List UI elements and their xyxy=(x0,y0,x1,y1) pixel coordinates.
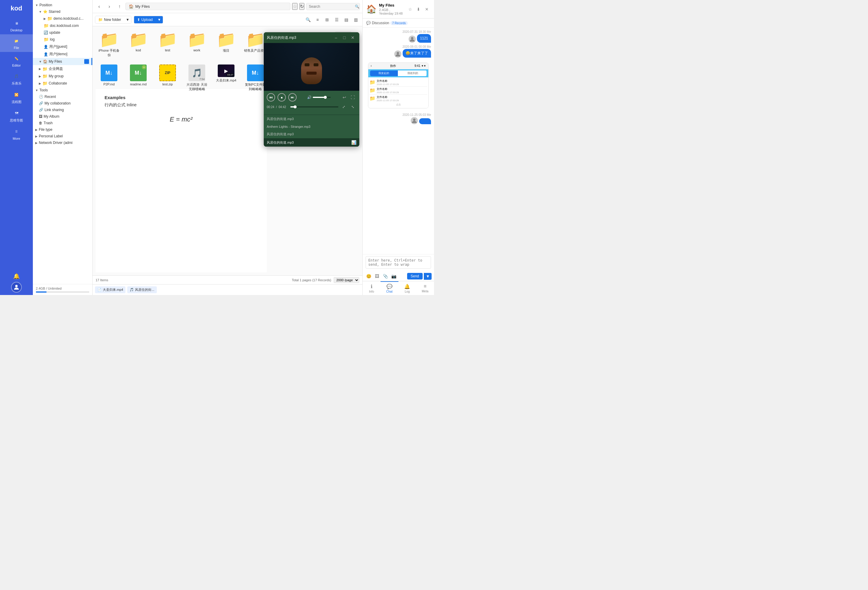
send-button[interactable]: Send xyxy=(407,273,423,279)
player-stop-button[interactable]: ■ xyxy=(278,93,286,102)
attach-button[interactable]: 📎 xyxy=(382,273,389,280)
zoom-in-button[interactable]: 🔍 xyxy=(304,16,312,24)
favorite-button[interactable]: ☆ xyxy=(292,3,298,10)
progress-bar[interactable] xyxy=(290,106,338,108)
file-item[interactable]: ▶ 03:27 大圣归来.mp4 xyxy=(213,62,239,94)
bottom-nav-chat[interactable]: 💬 Chat xyxy=(381,281,399,295)
nav-personal-label-header[interactable]: ▶ Personal Label xyxy=(33,133,92,139)
right-star-button[interactable]: ☆ xyxy=(406,6,414,13)
file-item[interactable]: M↓ P2P.md xyxy=(96,62,123,94)
list-view-button[interactable]: ☰ xyxy=(332,16,341,24)
nav-item-collaborate[interactable]: ▶ 📁 Collaborate xyxy=(33,80,92,87)
search-icon[interactable]: 🔍 xyxy=(355,4,359,9)
player-loop-button[interactable]: ↩ xyxy=(341,94,348,101)
player-fullscreen-button[interactable]: ⛶ xyxy=(349,94,356,101)
player-expand-button[interactable]: ⤢ xyxy=(340,103,347,111)
nav-item-my-group[interactable]: ▶ 📁 My group xyxy=(33,72,92,80)
playlist-item[interactable]: 风居住的街道.mp3 xyxy=(264,115,359,123)
nav-item-doc-kodcloud[interactable]: 📁 doc.kodcloud.com xyxy=(33,22,92,29)
file-item[interactable]: 🎵 7:54 大话西游 天浴无聊喽略略 xyxy=(183,62,210,94)
bottom-nav-info[interactable]: ℹ Info xyxy=(363,281,381,295)
nav-item-my-files[interactable]: ▼ 🏠 My Files xyxy=(33,58,92,65)
detail-view-button[interactable]: ▤ xyxy=(342,16,350,24)
preview-button[interactable]: ▥ xyxy=(351,16,360,24)
mobile-tab-received[interactable]: 我收到的 xyxy=(399,71,427,76)
nav-tools-header[interactable]: ▼ Tools xyxy=(33,87,92,93)
recent-label: Recent xyxy=(44,94,90,99)
notification-bell-icon[interactable]: 🔔 xyxy=(13,273,20,279)
breadcrumb[interactable]: 🏠 My Files xyxy=(125,3,290,10)
player-close-button[interactable]: ✕ xyxy=(349,34,356,41)
sidebar-item-music[interactable]: 🎵 乐喜乐 xyxy=(0,69,33,88)
back-button[interactable]: ‹ xyxy=(95,2,103,11)
upload-button[interactable]: ⬆ Upload xyxy=(134,16,156,23)
nav-item-update[interactable]: 🔄 update xyxy=(33,29,92,36)
bottom-nav-log[interactable]: 🔔 Log xyxy=(399,281,416,295)
nav-item-my-collab[interactable]: 🔗 My collaboration xyxy=(33,100,92,106)
screenshot-button[interactable]: 📷 xyxy=(390,273,397,280)
forward-button[interactable]: › xyxy=(105,2,114,11)
task-item-video[interactable]: 📄 大圣归来.mp4 xyxy=(95,286,125,293)
nav-item-my-album[interactable]: 🖼 My Album xyxy=(33,113,92,120)
player-collapse-button[interactable]: ⤡ xyxy=(349,103,356,111)
player-maximize-button[interactable]: □ xyxy=(341,34,348,41)
nav-network-driver-header[interactable]: ▶ Network Driver (admi xyxy=(33,139,92,146)
nav-item-log[interactable]: 📁 log xyxy=(33,36,92,43)
bottom-nav-meta[interactable]: ≡ Meta xyxy=(416,281,434,295)
file-item[interactable]: 📁 work xyxy=(183,29,210,60)
nav-filetype-header[interactable]: ▶ File type xyxy=(33,126,92,133)
mobile-file-item[interactable]: 📁 文件名称 2020-11-05 17:03:29 xyxy=(369,94,427,102)
emoji-button[interactable]: 😊 xyxy=(365,273,372,280)
volume-slider[interactable] xyxy=(313,97,331,98)
mobile-tab-sent[interactable]: 我发起的 xyxy=(370,71,398,76)
nav-item-enterprise[interactable]: ▶ 📁 企业网盘 xyxy=(33,65,92,72)
right-close-button[interactable]: ✕ xyxy=(423,6,430,13)
per-page-select[interactable]: 2000 /page 500 /page 100 /page xyxy=(334,277,359,283)
player-forward-button[interactable]: ⏭ xyxy=(288,93,297,102)
up-button[interactable]: ↑ xyxy=(115,2,124,11)
mygroup-chevron-icon: ▶ xyxy=(39,75,41,78)
file-item[interactable]: M↓ + readme.md xyxy=(125,62,152,94)
sidebar-item-more[interactable]: ⠿ More xyxy=(0,125,33,143)
right-download-button[interactable]: ⬇ xyxy=(415,6,422,13)
nav-item-demo-kodcloud[interactable]: ▶ 📁 demo.kodcloud.c... xyxy=(33,15,92,22)
player-minimize-button[interactable]: – xyxy=(332,34,340,41)
mobile-file-item[interactable]: 📁 文件名称 2020-11-05 17:03:29 xyxy=(369,87,427,94)
nav-position-header[interactable]: ▼ Position xyxy=(33,2,92,8)
nav-item-starred[interactable]: ▼ ⭐ Starred xyxy=(33,8,92,15)
grid-view-button[interactable]: ⊞ xyxy=(323,16,331,24)
player-header: 风居住的街道.mp3 – □ ✕ xyxy=(264,32,359,43)
mobile-file-item[interactable]: 📁 文件名称 2020-11-05 17:03:29 xyxy=(369,78,427,87)
file-item[interactable]: 📁 test xyxy=(154,29,181,60)
task-item-music[interactable]: 🎵 风居住的街... xyxy=(127,286,156,293)
sidebar-item-desktop[interactable]: 🖥 Desktop xyxy=(0,17,33,34)
sidebar-item-file[interactable]: 📁 File xyxy=(0,34,33,52)
nav-item-recent[interactable]: 🕐 Recent xyxy=(33,93,92,100)
playlist-item[interactable]: Anthem Lights - Stranger.mp3 xyxy=(264,123,359,130)
new-folder-arrow-button[interactable]: ▼ xyxy=(124,16,131,23)
chat-input[interactable] xyxy=(366,256,431,269)
nav-item-trash[interactable]: 🗑 Trash xyxy=(33,120,92,126)
nav-item-user-demo[interactable]: 👤 用户[demo] xyxy=(33,50,92,58)
sort-button[interactable]: ≡ xyxy=(313,16,322,24)
chat-area[interactable]: 2020-07-31 18:30 Me 1121 2020-08-01 00:0… xyxy=(363,28,434,254)
playlist-item[interactable]: 风居住的街道.mp3 xyxy=(264,130,359,138)
playlist-item-active[interactable]: 风居住的街道.mp3 📊 xyxy=(264,138,359,147)
user-avatar[interactable] xyxy=(11,282,22,293)
file-item[interactable]: ZIP test.zip xyxy=(154,62,181,94)
refresh-button[interactable]: ↻ xyxy=(299,3,304,10)
file-item[interactable]: 📁 iPhone 手机备份 xyxy=(96,29,123,60)
sidebar-item-flowchart[interactable]: 🔀 流程图 xyxy=(0,88,33,106)
search-input[interactable] xyxy=(309,4,354,9)
nav-item-user-guest[interactable]: 👤 用户[guest] xyxy=(33,43,92,50)
file-item[interactable]: 📁 项目 xyxy=(213,29,239,60)
sidebar-item-mindmap[interactable]: 🗺 思维导图 xyxy=(0,106,33,125)
player-rewind-button[interactable]: ⏮ xyxy=(267,93,275,102)
send-arrow-button[interactable]: ▼ xyxy=(424,273,432,280)
new-folder-button[interactable]: 📁 New folder xyxy=(95,16,124,23)
file-item[interactable]: 📁 kod xyxy=(125,29,152,60)
upload-arrow-button[interactable]: ▼ xyxy=(156,16,163,23)
nav-item-link-sharing[interactable]: 🔗 Link sharing xyxy=(33,106,92,113)
image-button[interactable]: 🖼 xyxy=(373,273,381,280)
sidebar-item-editor[interactable]: ✏️ Editor xyxy=(0,52,33,69)
